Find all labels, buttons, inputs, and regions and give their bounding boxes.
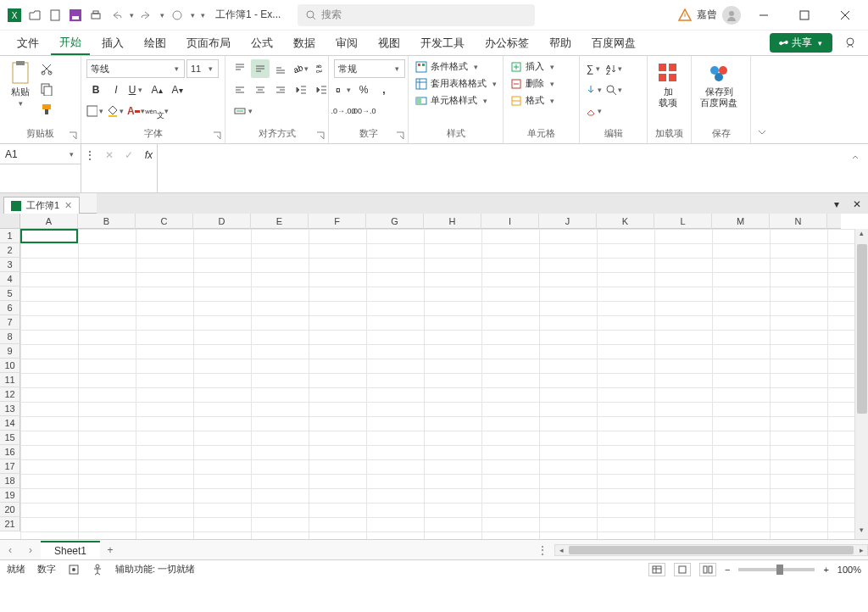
tab-baidu[interactable]: 百度网盘 [583,32,644,54]
tab-developer[interactable]: 开发工具 [412,32,473,54]
row-header[interactable]: 14 [0,416,20,431]
column-header[interactable]: D [193,214,251,229]
align-top-icon[interactable] [231,59,249,78]
comments-icon[interactable] [841,34,860,53]
align-middle-icon[interactable] [251,59,270,78]
save-to-baidu-button[interactable]: 保存到 百度网盘 [697,59,741,110]
column-header[interactable]: C [136,214,193,229]
sort-filter-icon[interactable]: AZ▾ [605,59,624,78]
touch-mode-icon[interactable] [168,6,186,25]
row-header[interactable]: 10 [0,359,20,373]
align-center-icon[interactable] [251,81,270,99]
wrap-text-icon[interactable]: abc↵ [312,59,331,78]
tab-review[interactable]: 审阅 [327,32,366,54]
open-icon[interactable] [25,6,44,25]
ribbon-collapse-button[interactable] [751,56,773,143]
decrease-decimal-icon[interactable]: .00→.0 [354,102,373,120]
zoom-slider[interactable] [738,568,815,571]
minimize-button[interactable] [746,2,782,29]
font-name-combo[interactable]: 等线▾ [86,59,185,78]
column-header[interactable]: J [539,214,597,229]
sheet-tab[interactable]: Sheet1 [41,541,100,559]
column-header[interactable]: B [78,214,136,229]
tab-office[interactable]: 办公标签 [476,32,537,54]
tab-draw[interactable]: 绘图 [136,32,175,54]
zoom-level[interactable]: 100% [837,565,861,575]
print-icon[interactable] [86,6,105,25]
tab-page-layout[interactable]: 页面布局 [178,32,239,54]
tab-formulas[interactable]: 公式 [242,32,281,54]
column-header[interactable]: N [770,214,827,229]
border-button[interactable]: ▾ [86,102,105,120]
row-header[interactable]: 5 [0,287,20,301]
autosum-icon[interactable]: ∑▾ [585,59,604,78]
format-cells-button[interactable]: 格式▾ [509,93,558,108]
format-painter-icon[interactable] [37,100,56,119]
fill-icon[interactable]: ▾ [585,81,604,99]
dialog-launcher-icon[interactable] [69,131,79,142]
increase-font-icon[interactable]: A▴ [147,81,166,99]
currency-icon[interactable]: ¤▾ [334,81,353,99]
expand-formula-bar-icon[interactable] [846,147,865,166]
comma-icon[interactable]: , [375,81,393,99]
cells-area[interactable] [20,229,854,539]
undo-dropdown[interactable]: ▾ [127,6,136,25]
align-bottom-icon[interactable] [271,59,290,78]
sheet-options-icon[interactable]: ⋮ [531,544,554,556]
horizontal-scrollbar[interactable]: ◂ ▸ [554,544,868,556]
row-header[interactable]: 19 [0,488,20,503]
percent-icon[interactable]: % [354,81,373,99]
decrease-indent-icon[interactable] [292,81,310,99]
phonetic-button[interactable]: wén文▾ [147,102,166,120]
column-header[interactable]: G [366,214,424,229]
delete-cells-button[interactable]: 删除▾ [509,76,558,91]
tab-dropdown-icon[interactable]: ▾ [827,195,846,214]
row-header[interactable]: 20 [0,503,20,517]
row-header[interactable]: 6 [0,301,20,315]
scroll-right-icon[interactable]: ▸ [855,546,867,554]
dialog-launcher-icon[interactable] [213,131,223,142]
close-tab-icon[interactable]: ✕ [64,200,72,211]
confirm-icon[interactable]: ✓ [121,146,137,164]
column-header[interactable]: I [481,214,539,229]
page-layout-view-icon[interactable] [674,563,691,576]
row-header[interactable]: 17 [0,459,20,474]
accessibility-icon[interactable] [92,564,103,576]
search-box[interactable]: 搜索 [298,4,535,26]
conditional-formatting-button[interactable]: 条件格式▾ [414,59,481,74]
touch-dropdown[interactable]: ▾ [188,6,197,25]
font-color-button[interactable]: A▾ [127,102,146,120]
fill-color-button[interactable]: ▾ [107,102,125,120]
increase-indent-icon[interactable] [312,81,331,99]
redo-icon[interactable] [137,6,156,25]
user-name[interactable]: 嘉曾 [697,8,717,22]
clear-icon[interactable]: ▾ [585,102,604,120]
close-all-tabs-icon[interactable]: ✕ [848,195,866,214]
orientation-icon[interactable]: ab▾ [292,59,310,78]
underline-button[interactable]: U▾ [127,81,146,99]
fx-icon[interactable]: fx [141,146,157,164]
insert-cells-button[interactable]: 插入▾ [509,59,558,74]
italic-button[interactable]: I [107,81,125,99]
row-header[interactable]: 18 [0,474,20,488]
warning-icon[interactable] [678,8,692,22]
dialog-launcher-icon[interactable] [316,131,326,142]
number-format-combo[interactable]: 常规▾ [334,59,405,78]
scroll-up-icon[interactable]: ▴ [855,229,868,242]
vertical-scrollbar[interactable]: ▴ ▾ [854,229,868,539]
row-header[interactable]: 21 [0,517,20,531]
column-header[interactable]: M [712,214,770,229]
tab-view[interactable]: 视图 [370,32,409,54]
addins-button[interactable]: 加 载项 [653,59,683,110]
increase-decimal-icon[interactable]: .0→.00 [334,102,353,120]
paste-button[interactable]: 粘贴 ▾ [5,59,36,110]
font-size-combo[interactable]: 11▾ [186,59,219,78]
name-box[interactable]: A1 ▾ [0,144,81,164]
tab-home[interactable]: 开始 [51,31,90,55]
row-header[interactable]: 2 [0,243,20,258]
sheet-next-icon[interactable]: › [20,544,41,556]
add-sheet-icon[interactable]: + [100,544,120,556]
undo-icon[interactable] [107,6,125,25]
row-header[interactable]: 13 [0,402,20,416]
row-header[interactable]: 16 [0,445,20,459]
